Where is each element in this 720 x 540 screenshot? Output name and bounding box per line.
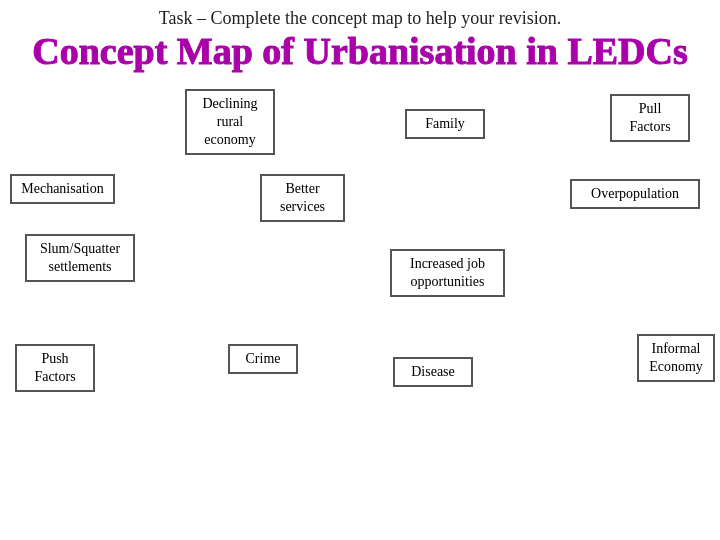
- task-text: Task – Complete the concept map to help …: [0, 0, 720, 31]
- push-box: Push Factors: [15, 344, 95, 392]
- increased-label: Increased job opportunities: [410, 256, 485, 289]
- family-label: Family: [425, 116, 465, 131]
- concept-map: Declining rural economy Family Pull Fact…: [0, 79, 720, 499]
- disease-box: Disease: [393, 357, 473, 387]
- crime-label: Crime: [246, 351, 281, 366]
- disease-label: Disease: [411, 364, 455, 379]
- better-label: Better services: [280, 181, 325, 214]
- pull-box: Pull Factors: [610, 94, 690, 142]
- mechanisation-label: Mechanisation: [21, 181, 103, 196]
- title-banner: Concept Map of Urbanisation in LEDCs: [0, 31, 720, 73]
- push-label: Push Factors: [34, 351, 75, 384]
- family-box: Family: [405, 109, 485, 139]
- informal-box: Informal Economy: [637, 334, 715, 382]
- mechanisation-box: Mechanisation: [10, 174, 115, 204]
- declining-label: Declining rural economy: [202, 96, 257, 147]
- overpopulation-label: Overpopulation: [591, 186, 679, 201]
- better-box: Better services: [260, 174, 345, 222]
- slum-box: Slum/Squatter settlements: [25, 234, 135, 282]
- crime-box: Crime: [228, 344, 298, 374]
- overpopulation-box: Overpopulation: [570, 179, 700, 209]
- slum-label: Slum/Squatter settlements: [40, 241, 120, 274]
- declining-box: Declining rural economy: [185, 89, 275, 156]
- increased-box: Increased job opportunities: [390, 249, 505, 297]
- pull-label: Pull Factors: [629, 101, 670, 134]
- informal-label: Informal Economy: [649, 341, 703, 374]
